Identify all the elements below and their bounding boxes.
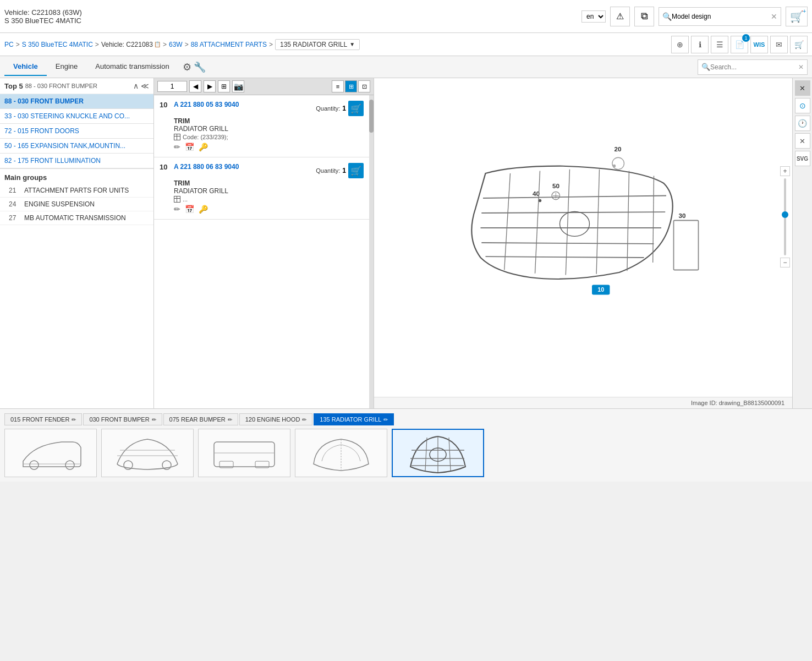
sidebar-item-4[interactable]: 82 - 175 FRONT ILLUMINATION [0,154,153,168]
breadcrumb-vehicle[interactable]: Vehicle: C221083📋 [101,41,161,48]
svg-line-7 [566,169,569,275]
key-icon-1[interactable]: 🔑 [199,205,208,214]
breadcrumb-pc[interactable]: PC [4,41,14,48]
bottom-tab-2[interactable]: 075 REAR BUMPER ✏ [163,413,238,425]
clear-search-icon[interactable]: ✕ [771,12,777,21]
breadcrumb-model[interactable]: S 350 BlueTEC 4MATIC [22,41,93,48]
zoom-out-btn[interactable]: − [780,258,790,267]
zoom-slider-thumb[interactable] [782,211,788,218]
close-diagram-btn[interactable]: ✕ [795,80,810,96]
thumbnail-3[interactable] [295,429,387,477]
sidebar-close-icon[interactable]: ≪ [141,81,149,90]
info-tool-btn[interactable]: ℹ [691,36,709,53]
calendar-icon-0[interactable]: 📅 [185,143,194,151]
edit-icon-1[interactable]: ✏ [152,417,156,423]
warning-button[interactable]: ⚠ [610,7,630,26]
edit-icon-2[interactable]: ✏ [228,417,232,423]
tab-settings-icon[interactable]: 🔧 [194,61,206,73]
thumb-svg-4 [399,431,476,475]
parts-scrollbar[interactable] [369,95,374,408]
main-group-27[interactable]: 27 MB AUTOMATIC TRANSMISSION [0,211,153,225]
thumbnail-0[interactable] [4,429,97,477]
parts-scroll-thumb[interactable] [369,100,374,133]
tab-search-icon: 🔍 [701,63,710,71]
wis-tool-btn[interactable]: WIS [750,36,768,53]
breadcrumb-63w[interactable]: 63W [169,41,183,48]
mail-tool-btn[interactable]: ✉ [770,36,788,53]
main-group-24[interactable]: 24 ENGINE SUSPENSION [0,198,153,211]
bottom-tab-4[interactable]: 135 RADIATOR GRILL ✏ [314,413,394,425]
group-num-24: 24 [9,200,20,208]
sidebar-collapse-icon[interactable]: ∧ [133,81,139,90]
filter-tool-btn[interactable]: ☰ [711,36,728,53]
svg-export-btn[interactable]: SVG [795,151,810,166]
part-qty-label-1: Quantity: [316,167,340,174]
full-view-btn[interactable]: ⊡ [358,80,370,92]
breadcrumb-current[interactable]: 135 RADIATOR GRILL ▼ [275,39,360,50]
pencil-icon-0[interactable]: ✏ [174,143,180,151]
tab-search-clear-icon[interactable]: ✕ [798,63,804,71]
language-select[interactable]: en de [581,10,606,23]
copy-button[interactable]: ⧉ [634,7,654,26]
edit-icon-0[interactable]: ✏ [72,417,76,423]
target-btn[interactable]: ⊙ [795,98,810,113]
history-btn[interactable]: 🕐 [795,116,810,131]
main-content: Top 5 88 - 030 FRONT BUMPER ∧ ≪ 88 - 030… [0,78,812,408]
crosshair-btn[interactable]: ✕ [795,133,810,149]
bottom-tab-0[interactable]: 015 FRONT FENDER ✏ [4,413,82,425]
part-pos-0: 10 [160,101,171,109]
tab-automatic-transmission[interactable]: Automatic transmission [86,58,178,76]
image-id-bar: Image ID: drawing_B88135000091 [374,397,812,408]
sidebar-item-1[interactable]: 33 - 030 STEERING KNUCKLE AND CO... [0,109,153,124]
thumb-svg-3 [303,431,380,475]
part-row-1-header: 10 A 221 880 06 83 9040 Quantity: 1 🛒 [160,163,364,178]
page-next-btn[interactable]: ▶ [204,80,216,92]
grid-view-btn[interactable]: ⊞ [345,80,357,92]
tab-engine[interactable]: Engine [47,58,86,76]
sidebar-item-3[interactable]: 50 - 165 EXPANSION TANK,MOUNTIN... [0,139,153,154]
key-icon-0[interactable]: 🔑 [199,143,208,151]
part-qty-val-1: 1 [342,167,346,174]
bottom-tab-1[interactable]: 030 FRONT BUMPER ✏ [83,413,162,425]
center-toolbar: ◀ ▶ ⊞ 📷 ≡ ⊞ ⊡ [154,78,374,95]
zoom-in-btn[interactable]: + [780,166,790,176]
tab-gear-icon[interactable]: ⚙ [183,61,191,73]
sidebar-item-0[interactable]: 88 - 030 FRONT BUMPER [0,94,153,109]
calendar-icon-1[interactable]: 📅 [185,205,194,214]
main-group-21[interactable]: 21 ATTACHMENT PARTS FOR UNITS [0,184,153,198]
camera-btn[interactable]: 📷 [232,80,244,92]
bottom-tab-3[interactable]: 120 ENGINE HOOD ✏ [239,413,313,425]
list-view-btn[interactable]: ≡ [332,80,344,92]
thumbnail-4[interactable] [392,429,484,477]
thumbnail-1[interactable] [101,429,194,477]
breadcrumb-88[interactable]: 88 ATTACHMENT PARTS [191,41,267,48]
sidebar-item-2[interactable]: 72 - 015 FRONT DOORS [0,124,153,139]
cart-tool-btn[interactable]: 🛒 [790,36,808,53]
tab-vehicle[interactable]: Vehicle [4,58,47,76]
page-prev-btn[interactable]: ◀ [189,80,201,92]
pencil-icon-1[interactable]: ✏ [174,205,180,214]
grill-body [471,166,672,279]
edit-icon-4[interactable]: ✏ [383,417,388,423]
add-to-cart-btn-1[interactable]: 🛒 [348,163,364,178]
tab-search-bar: 🔍 ✕ [698,59,808,75]
vehicle-title: Vehicle: C221083 (63W) [4,8,82,17]
part-qty-label-0: Quantity: [316,105,340,112]
doc-tool-btn[interactable]: 📄1 [731,36,748,53]
cart-button[interactable]: 🛒+ [786,7,808,26]
part-number-0[interactable]: A 221 880 05 83 9040 [174,101,312,108]
top5-label: Top 5 [4,82,23,90]
filter-parts-btn[interactable]: ⊞ [218,80,230,92]
edit-icon-3[interactable]: ✏ [302,417,306,423]
svg-line-0 [483,195,666,198]
tab-search-input[interactable] [710,63,798,71]
part-number-1[interactable]: A 221 880 06 83 9040 [174,163,312,171]
add-to-cart-btn-0[interactable]: 🛒 [348,101,364,116]
svg-line-1 [481,212,665,213]
group-num-27: 27 [9,214,20,222]
page-input[interactable] [161,83,183,90]
zoom-tool-btn[interactable]: ⊕ [671,36,689,53]
model-search-input[interactable] [672,13,771,20]
thumbnail-2[interactable] [198,429,290,477]
bottom-panel: 015 FRONT FENDER ✏ 030 FRONT BUMPER ✏ 07… [0,408,812,482]
